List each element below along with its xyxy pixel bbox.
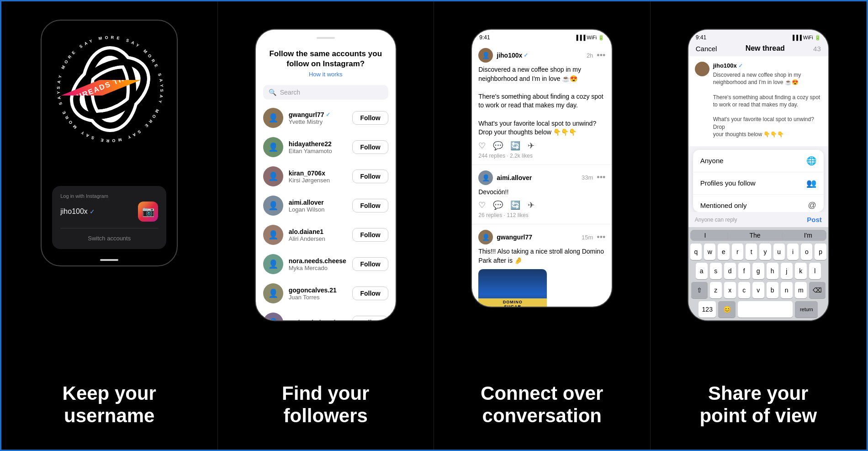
post-text: Discovered a new coffee shop in my neigh… <box>478 65 605 137</box>
post-actions: ♡ 💬 🔄 ✈ <box>478 141 605 151</box>
login-label: Log in with Instagram <box>60 193 158 199</box>
nav-title: New thread <box>746 44 785 53</box>
panel1-title: Keep yourusername <box>63 382 156 427</box>
keyboard-row-4: 123 😊 return <box>690 301 826 318</box>
at-icon: @ <box>808 201 816 210</box>
compose-username: jiho100x ✓ <box>713 62 822 70</box>
key-c[interactable]: c <box>738 282 750 298</box>
follow-button[interactable]: Follow <box>352 170 388 183</box>
username-label: kiran_0706x <box>289 170 347 177</box>
status-bar-4: 9:41 ▐▐▐ WiFi 🔋 <box>688 30 828 42</box>
verified-icon: ✓ <box>326 111 330 118</box>
key-l[interactable]: l <box>809 263 821 279</box>
panel-connect-conversation: 9:41 ▐▐▐ WiFi 🔋 👤 jiho100x ✓ <box>434 1 651 450</box>
follow-button[interactable]: Follow <box>352 257 388 271</box>
compose-text[interactable]: Discovered a new coffee shop in myneighb… <box>713 71 822 138</box>
key-s[interactable]: s <box>710 263 722 279</box>
key-e[interactable]: e <box>718 244 729 260</box>
follow-button[interactable]: Follow <box>352 111 388 125</box>
globe-icon: 🌐 <box>806 156 816 166</box>
follow-button[interactable]: Follow <box>352 316 388 320</box>
switch-accounts-button[interactable]: Switch accounts <box>60 228 158 242</box>
key-g[interactable]: g <box>752 263 764 279</box>
more-options-icon[interactable]: ••• <box>597 173 605 182</box>
follow-button[interactable]: Follow <box>352 199 388 212</box>
key-n[interactable]: n <box>781 282 793 298</box>
post-time: 15m <box>582 234 593 241</box>
avatar: 👤 <box>263 225 283 245</box>
home-indicator <box>100 259 118 261</box>
key-h[interactable]: h <box>767 263 778 279</box>
key-emoji[interactable]: 😊 <box>718 301 736 318</box>
panel2-title: Find yourfollowers <box>282 382 369 427</box>
key-i[interactable]: i <box>787 244 799 260</box>
key-y[interactable]: y <box>759 244 771 260</box>
comment-icon[interactable]: 💬 <box>493 141 503 151</box>
key-f[interactable]: f <box>738 263 750 279</box>
more-options-icon[interactable]: ••• <box>597 51 605 60</box>
how-it-works-link[interactable]: How it works <box>263 71 388 78</box>
anyone-label: Anyone <box>700 157 724 164</box>
post-time: 2h <box>587 52 593 59</box>
key-m[interactable]: m <box>795 282 807 298</box>
key-u[interactable]: u <box>773 244 785 260</box>
repost-icon[interactable]: 🔄 <box>510 200 520 210</box>
key-x[interactable]: x <box>724 282 736 298</box>
like-icon[interactable]: ♡ <box>478 200 486 210</box>
key-b[interactable]: b <box>767 282 778 298</box>
avatar: 👤 <box>263 137 283 157</box>
post-item: 👤 aimi.allover 33m ••• Devoción!! ♡ 💬 🔄 … <box>472 165 612 225</box>
realname-label: Yvette Mistry <box>289 118 347 125</box>
avatar: 👤 <box>263 108 283 128</box>
key-space[interactable] <box>738 301 793 318</box>
comment-icon[interactable]: 💬 <box>493 200 503 210</box>
list-item: 👤 kiran_0706x Kirsi Jørgensen Follow <box>256 162 396 191</box>
key-z[interactable]: z <box>710 282 722 298</box>
share-icon[interactable]: ✈ <box>528 141 535 151</box>
post-stats: 244 replies · 2.2k likes <box>478 153 605 159</box>
key-a[interactable]: a <box>696 263 708 279</box>
key-o[interactable]: o <box>801 244 812 260</box>
suggestion-1[interactable]: I <box>704 232 706 239</box>
key-j[interactable]: j <box>781 263 793 279</box>
username-label: hidayathere22 <box>289 140 347 148</box>
audience-option-mentioned[interactable]: Mentioned only @ <box>693 195 824 212</box>
key-r[interactable]: r <box>732 244 743 260</box>
key-return[interactable]: return <box>795 301 818 318</box>
time-display: 9:41 <box>479 34 490 41</box>
avatar: 👤 <box>263 196 283 216</box>
key-backspace[interactable]: ⌫ <box>809 282 826 298</box>
audience-menu: Anyone 🌐 Profiles you follow 👥 Mentioned… <box>693 150 824 212</box>
avatar: 👤 <box>263 254 283 274</box>
like-icon[interactable]: ♡ <box>478 141 486 151</box>
key-numbers[interactable]: 123 <box>699 301 716 318</box>
post-text: This!!! Also taking a nice stroll along … <box>478 247 605 265</box>
key-k[interactable]: k <box>795 263 807 279</box>
phone-mockup-3: 9:41 ▐▐▐ WiFi 🔋 👤 jiho100x ✓ <box>471 29 613 308</box>
key-shift[interactable]: ⇧ <box>691 282 708 298</box>
more-options-icon[interactable]: ••• <box>597 233 605 242</box>
suggestion-2[interactable]: The <box>750 232 761 239</box>
post-button[interactable]: Post <box>807 216 822 223</box>
key-w[interactable]: w <box>704 244 715 260</box>
cancel-button[interactable]: Cancel <box>696 45 717 53</box>
key-v[interactable]: v <box>752 282 764 298</box>
suggestion-3[interactable]: I'm <box>804 232 812 239</box>
share-icon[interactable]: ✈ <box>528 200 535 210</box>
key-t[interactable]: t <box>746 244 757 260</box>
follow-button[interactable]: Follow <box>352 287 388 300</box>
post-username: gwangurl77 <box>497 233 532 241</box>
follow-button[interactable]: Follow <box>352 140 388 154</box>
keyboard-row-3: ⇧ z x c v b n m ⌫ <box>690 282 826 298</box>
key-q[interactable]: q <box>690 244 702 260</box>
key-p[interactable]: p <box>815 244 826 260</box>
audience-option-anyone[interactable]: Anyone 🌐 <box>693 150 824 172</box>
repost-icon[interactable]: 🔄 <box>510 141 520 151</box>
audience-option-following[interactable]: Profiles you follow 👥 <box>693 172 824 195</box>
search-bar[interactable]: 🔍 Search <box>263 85 388 100</box>
follow-button[interactable]: Follow <box>352 228 388 242</box>
key-d[interactable]: d <box>724 263 736 279</box>
post-avatar: 👤 <box>478 170 493 185</box>
instagram-icon[interactable]: 📷 <box>138 202 158 222</box>
post-stats: 26 replies · 112 likes <box>478 212 605 218</box>
